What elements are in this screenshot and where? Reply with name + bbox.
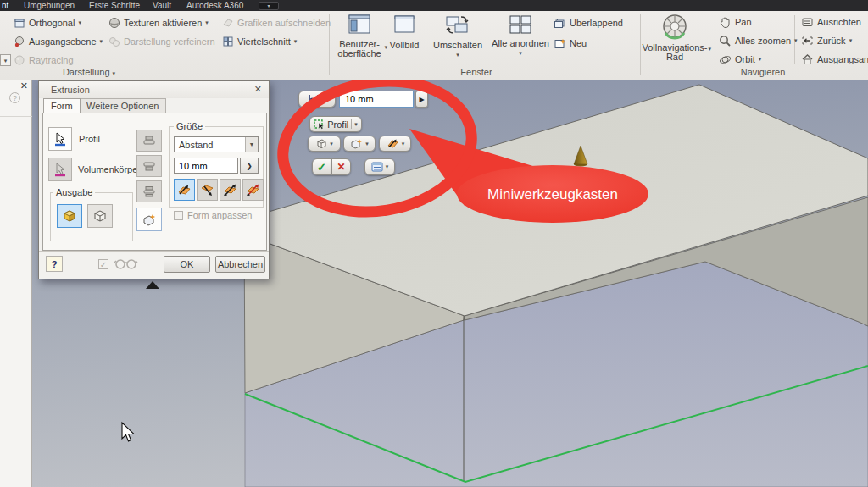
minitoolbar-distance-input[interactable] xyxy=(339,91,414,108)
profil-select-button[interactable] xyxy=(48,127,72,151)
button-vollnavigationsrad[interactable]: Vollnavigations- Rad ▾ xyxy=(642,13,708,62)
cancel-button[interactable]: Abbrechen xyxy=(215,256,265,273)
button-alle-anordnen[interactable]: Alle anordnen ▾ xyxy=(492,13,549,58)
minitoolbar-solid-dropdown[interactable]: ▾ xyxy=(308,136,341,152)
extent-option-button-1[interactable] xyxy=(136,130,162,152)
ueberlappend-label: Überlappend xyxy=(570,18,623,28)
mini-dropdown-stub[interactable]: ▾ xyxy=(0,53,11,67)
alles-zoomen-label: Alles zoomen xyxy=(735,36,791,46)
volumenkoerper-button[interactable] xyxy=(48,158,72,181)
direction-icon-asymmetric xyxy=(245,184,261,196)
button-ausgangsansicht[interactable]: Ausgangsansicht xyxy=(801,53,868,66)
origin-plane-icon xyxy=(14,36,25,47)
output-solid-button[interactable] xyxy=(57,204,82,228)
button-raytracing: Raytracing xyxy=(14,53,74,67)
minitoolbar-ok-button[interactable]: ✓ xyxy=(312,158,331,175)
button-neu[interactable]: Neu xyxy=(554,36,587,50)
dialog-titlebar[interactable]: Extrusion ✕ xyxy=(39,81,269,98)
button-grafiken-aufschneiden: Grafiken aufschneiden xyxy=(222,16,331,30)
group-separator xyxy=(640,14,641,75)
extent-option-button-2[interactable] xyxy=(136,155,162,177)
direction-button-2[interactable] xyxy=(197,179,218,201)
orbit-icon xyxy=(719,53,732,66)
refine-display-icon xyxy=(108,36,120,47)
button-umschalten[interactable]: Umschalten ▾ xyxy=(431,13,485,59)
preview-checkbox[interactable]: ✓ xyxy=(98,259,108,269)
tab-form[interactable]: Form xyxy=(43,98,81,113)
viertelschnitt-label: Viertelschnitt xyxy=(237,36,291,47)
help-question-icon: ? xyxy=(52,259,58,269)
direction-button-3[interactable] xyxy=(220,179,241,201)
abstand-wert-input[interactable] xyxy=(174,158,238,174)
group-label-darstellung[interactable]: Darstellung ▾ xyxy=(34,67,144,77)
checkmark-icon: ✓ xyxy=(317,161,326,174)
button-ueberlappend[interactable]: Überlappend xyxy=(554,16,623,30)
help-button[interactable]: ? xyxy=(46,256,63,272)
dialog-title: Extrusion xyxy=(51,85,90,95)
new-solid-button[interactable] xyxy=(136,208,162,231)
menubar-item-umgebungen[interactable]: Umgebungen xyxy=(24,1,75,10)
minitoolbar-distance-dropdown[interactable]: ▾ xyxy=(298,91,336,108)
button-vollbild[interactable]: Vollbild xyxy=(386,13,423,50)
vollbild-label: Vollbild xyxy=(386,41,423,50)
chevron-down-icon: ▾ xyxy=(386,163,389,170)
dialog-collapse-arrow[interactable] xyxy=(146,281,159,289)
neu-label: Neu xyxy=(570,38,587,48)
ausgangsebene-label: Ausgangsebene xyxy=(29,36,97,47)
button-orbit[interactable]: Orbit▾ xyxy=(719,53,761,66)
button-darstellung-verfeinern: Darstellung verfeinern xyxy=(108,35,215,48)
button-texturen-aktivieren[interactable]: Texturen aktivieren▾ xyxy=(108,16,209,30)
form-anpassen-checkbox[interactable] xyxy=(174,211,183,220)
chevron-down-icon: ▾ xyxy=(205,19,209,26)
direction-icon-symmetric xyxy=(222,184,238,196)
menubar-item-autodesk-a360[interactable]: Autodesk A360 xyxy=(186,1,243,10)
preview-glasses-icon xyxy=(114,257,139,270)
camera-dropdown-icon[interactable]: ▾ xyxy=(259,2,279,10)
viewport-area: ✕ ? ▾ ▶ Profil ▾ ▾ ▾ ▾ xyxy=(0,80,868,487)
button-ausrichten[interactable]: Ausrichten xyxy=(801,15,861,29)
menubar-item-erste-schritte[interactable]: Erste Schritte xyxy=(89,1,140,10)
button-viertelschnitt[interactable]: Viertelschnitt▾ xyxy=(222,35,297,48)
dialog-content: Profil Volumenkörper Ausgabe xyxy=(42,113,267,251)
direction-plane-icon xyxy=(386,138,399,149)
output-surface-button[interactable] xyxy=(87,204,113,228)
minitoolbar-flyout-button[interactable]: ▶ xyxy=(415,91,428,108)
chevron-down-icon: ▾ xyxy=(402,141,405,147)
ok-button[interactable]: OK xyxy=(164,256,210,273)
grafiken-label: Grafiken aufschneiden xyxy=(237,18,331,28)
button-orthogonal[interactable]: Orthogonal▾ xyxy=(14,16,81,30)
menubar-tab-partial[interactable]: nt xyxy=(2,1,8,10)
dialog-separator xyxy=(39,251,269,252)
button-alles-zoomen[interactable]: Alles zoomen▾ xyxy=(719,34,798,47)
close-icon[interactable]: ✕ xyxy=(254,84,262,95)
profil-label: Profil xyxy=(79,134,100,144)
button-benutzeroberflaeche[interactable]: Benutzer- oberfläche ▾ xyxy=(333,13,386,58)
subgroup-separator xyxy=(715,15,715,64)
menubar-item-vault[interactable]: Vault xyxy=(153,1,171,10)
extrusion-dialog: Extrusion ✕ Form Weitere Optionen Profil… xyxy=(38,80,270,279)
cube-icon xyxy=(315,138,327,149)
direction-button-1[interactable] xyxy=(174,179,195,201)
tab-weitere-optionen[interactable]: Weitere Optionen xyxy=(79,98,166,113)
orbit-label: Orbit xyxy=(735,54,755,64)
button-ausgangsebene[interactable]: Ausgangsebene▾ xyxy=(14,35,103,48)
direction-button-4[interactable] xyxy=(242,179,264,201)
button-zurueck[interactable]: Zurück▾ xyxy=(801,34,852,47)
direction-icon-default xyxy=(176,184,192,196)
abstand-combobox[interactable]: Abstand ▼ xyxy=(174,136,259,152)
help-icon[interactable]: ? xyxy=(9,92,20,103)
chevron-down-icon: ▾ xyxy=(294,38,298,45)
chevron-down-icon: ▾ xyxy=(431,50,485,59)
minitoolbar-profil-button[interactable]: Profil ▾ xyxy=(309,116,362,132)
close-icon[interactable]: ✕ xyxy=(20,80,28,91)
chevron-down-icon: ▾ xyxy=(759,56,762,63)
minitoolbar-direction-dropdown[interactable]: ▾ xyxy=(379,136,411,152)
minitoolbar-cancel-button[interactable]: ✕ xyxy=(331,158,351,175)
extent-option-button-3[interactable] xyxy=(136,180,162,202)
look-at-icon xyxy=(801,16,814,28)
chevron-down-icon: ▼ xyxy=(245,137,258,152)
minitoolbar-options-dropdown[interactable]: ▾ xyxy=(364,158,395,175)
button-pan[interactable]: Pan xyxy=(719,15,752,29)
value-flyout-button[interactable]: ❯ xyxy=(240,158,259,174)
minitoolbar-new-solid-dropdown[interactable]: ▾ xyxy=(343,136,376,152)
